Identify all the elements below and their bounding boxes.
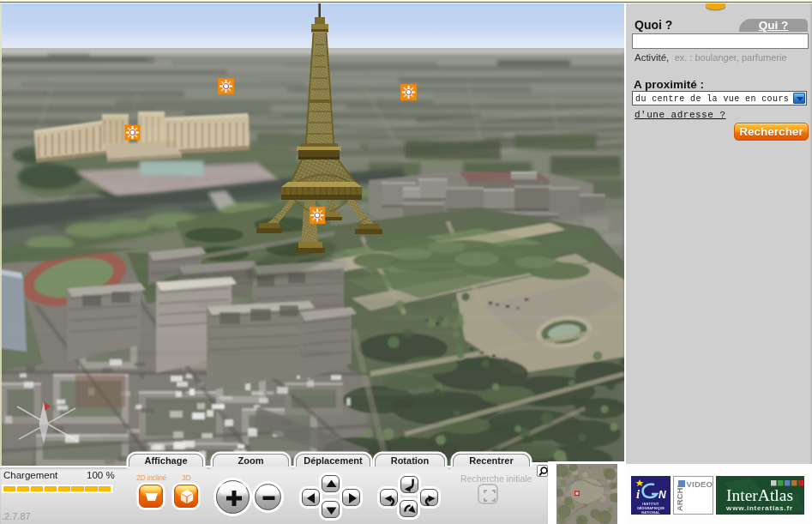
svg-text:VIDEO: VIDEO: [687, 479, 713, 489]
svg-text:NATIONAL: NATIONAL: [641, 511, 660, 515]
svg-text:N: N: [659, 489, 666, 501]
svg-text:i: i: [636, 487, 641, 501]
svg-text:ARCHI: ARCHI: [675, 485, 684, 511]
svg-text:GÉOGRAPHIQUE: GÉOGRAPHIQUE: [637, 506, 665, 510]
svg-text:www.interatlas.fr: www.interatlas.fr: [725, 504, 793, 512]
svg-text:INSTITUT: INSTITUT: [642, 503, 659, 506]
svg-text:InterAtlas: InterAtlas: [726, 486, 793, 504]
